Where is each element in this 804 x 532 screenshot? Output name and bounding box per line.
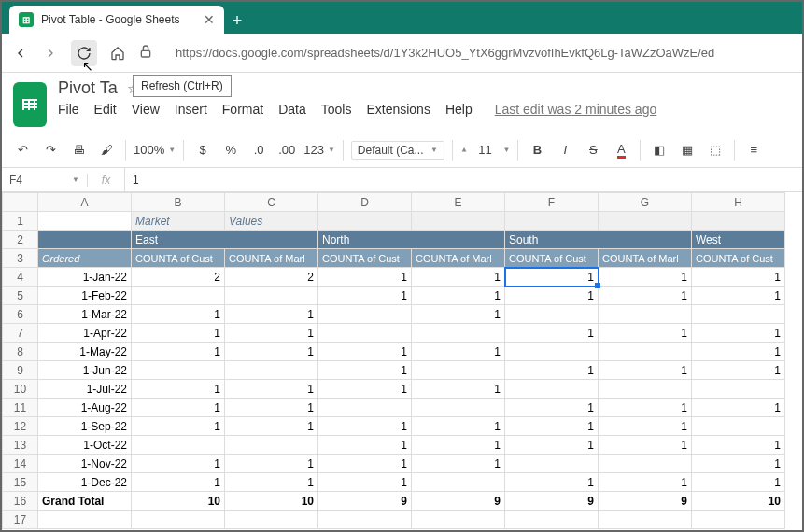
back-button[interactable] [11, 44, 30, 63]
cell[interactable]: 1 [318, 455, 412, 473]
cell[interactable] [132, 436, 225, 455]
row-header[interactable]: 3 [3, 249, 38, 268]
cell[interactable]: 1 [599, 324, 692, 343]
cell[interactable]: 1 [412, 417, 505, 436]
cell[interactable]: 1 [412, 436, 505, 455]
cell[interactable] [505, 511, 599, 529]
currency-button[interactable]: $ [191, 139, 214, 161]
pivot-region[interactable]: South [505, 231, 692, 249]
col-header[interactable]: H [692, 193, 785, 212]
cell[interactable]: 1 [692, 455, 785, 473]
cell[interactable]: 1 [132, 473, 225, 492]
col-header[interactable]: G [599, 193, 692, 212]
cell[interactable] [692, 305, 785, 324]
cell[interactable] [225, 511, 318, 529]
cell[interactable]: 9 [318, 492, 412, 511]
pivot-measure[interactable]: COUNTA of Marl [225, 249, 318, 268]
cell[interactable]: 1 [318, 436, 412, 455]
cell[interactable]: 1 [412, 380, 505, 399]
cell[interactable]: 1 [692, 473, 785, 492]
url-bar[interactable]: https://docs.google.com/spreadsheets/d/1… [176, 46, 793, 60]
cell[interactable]: 1 [318, 361, 412, 380]
cell[interactable]: 1 [318, 380, 412, 399]
cell[interactable]: 1 [318, 473, 412, 492]
spreadsheet-grid[interactable]: A B C D E F G H 1 Market Values 2 East N… [2, 192, 802, 529]
row-header[interactable]: 6 [3, 305, 38, 324]
menu-extensions[interactable]: Extensions [366, 102, 430, 117]
menu-tools[interactable]: Tools [321, 102, 352, 117]
cell[interactable] [38, 231, 132, 249]
col-header[interactable]: A [38, 193, 132, 212]
cell[interactable]: 10 [692, 492, 785, 511]
cell[interactable] [412, 324, 505, 343]
cell[interactable]: 1 [318, 268, 412, 287]
cell[interactable]: 1 [132, 399, 225, 417]
row-header[interactable]: 10 [3, 380, 38, 399]
cell[interactable]: 1 [412, 305, 505, 324]
increase-decimal-button[interactable]: .00 [275, 139, 298, 161]
date-cell[interactable]: 1-Dec-22 [38, 473, 132, 492]
cell[interactable] [412, 399, 505, 417]
select-all-corner[interactable] [3, 193, 38, 212]
pivot-region[interactable]: East [132, 231, 318, 249]
close-tab-icon[interactable]: ✕ [204, 12, 215, 27]
cell[interactable] [412, 361, 505, 380]
row-header[interactable]: 13 [3, 436, 38, 455]
row-header[interactable]: 15 [3, 473, 38, 492]
cell[interactable]: 1 [132, 324, 225, 343]
row-header[interactable]: 1 [3, 212, 38, 231]
cell[interactable] [599, 455, 692, 473]
pivot-region[interactable]: North [318, 231, 505, 249]
cell[interactable] [692, 212, 785, 231]
row-header[interactable]: 16 [3, 492, 38, 511]
cell[interactable]: 1 [412, 343, 505, 361]
cell[interactable]: 1 [412, 268, 505, 287]
percent-button[interactable]: % [219, 139, 242, 161]
document-title[interactable]: Pivot Ta [58, 78, 118, 98]
cell[interactable]: 10 [225, 492, 318, 511]
cell[interactable]: 1 [505, 436, 599, 455]
cell[interactable]: 1 [132, 455, 225, 473]
cell[interactable]: 1 [412, 455, 505, 473]
cell[interactable] [318, 305, 412, 324]
row-header[interactable]: 11 [3, 399, 38, 417]
bold-button[interactable]: B [526, 139, 548, 161]
reload-button[interactable]: ↖ [71, 40, 97, 66]
cell[interactable]: 1 [225, 455, 318, 473]
cell[interactable] [225, 436, 318, 455]
cell[interactable]: 9 [412, 492, 505, 511]
cell[interactable]: 1 [692, 287, 785, 305]
cell[interactable]: 1 [318, 343, 412, 361]
cell[interactable] [38, 212, 132, 231]
cell[interactable]: 1 [225, 305, 318, 324]
cell[interactable]: 1 [225, 399, 318, 417]
cell[interactable]: 9 [505, 492, 599, 511]
menu-edit[interactable]: Edit [94, 102, 117, 117]
text-color-button[interactable]: A [610, 139, 632, 161]
pivot-measure[interactable]: COUNTA of Cust [505, 249, 599, 268]
cell[interactable]: 1 [599, 417, 692, 436]
decrease-decimal-button[interactable]: .0 [247, 139, 270, 161]
cell[interactable]: 1 [505, 417, 599, 436]
menu-help[interactable]: Help [445, 102, 473, 117]
cell[interactable]: 1 [412, 287, 505, 305]
cell[interactable]: 2 [132, 268, 225, 287]
pivot-measure[interactable]: COUNTA of Cust [132, 249, 225, 268]
date-cell[interactable]: 1-Nov-22 [38, 455, 132, 473]
sheets-logo-icon[interactable] [13, 82, 47, 127]
row-header[interactable]: 2 [3, 231, 38, 249]
cell[interactable] [412, 212, 505, 231]
cell[interactable]: 1 [692, 436, 785, 455]
cell[interactable]: 1 [505, 268, 599, 287]
cell[interactable]: 1 [599, 287, 692, 305]
menu-format[interactable]: Format [222, 102, 263, 117]
cell[interactable] [599, 380, 692, 399]
cell[interactable] [412, 511, 505, 529]
formula-input[interactable]: 1 [125, 174, 147, 187]
cell[interactable] [318, 399, 412, 417]
cell[interactable]: 10 [132, 492, 225, 511]
cell[interactable]: 1 [318, 417, 412, 436]
col-header[interactable]: C [225, 193, 318, 212]
cell[interactable] [599, 305, 692, 324]
menu-file[interactable]: File [58, 102, 79, 117]
